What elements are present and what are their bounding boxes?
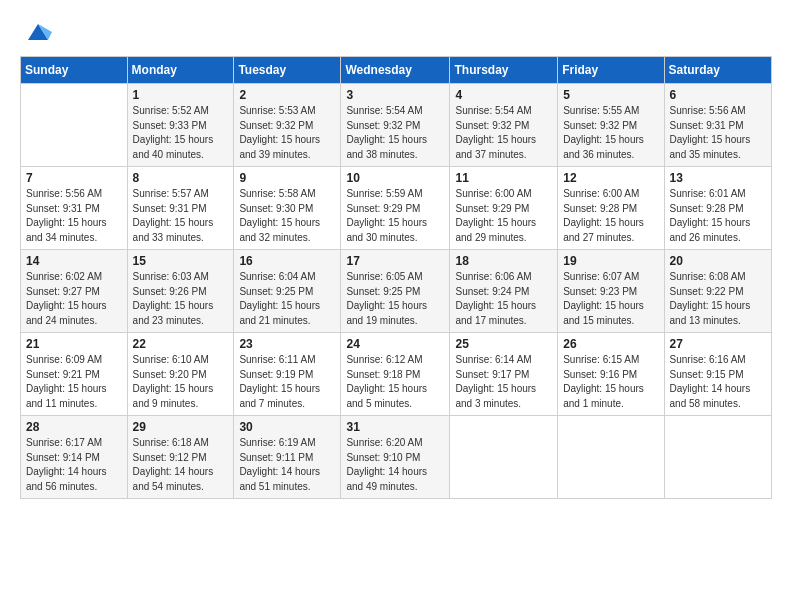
day-info: Sunrise: 6:00 AMSunset: 9:28 PMDaylight:… [563, 187, 658, 245]
day-info: Sunrise: 6:18 AMSunset: 9:12 PMDaylight:… [133, 436, 229, 494]
day-info: Sunrise: 6:06 AMSunset: 9:24 PMDaylight:… [455, 270, 552, 328]
day-number: 2 [239, 88, 335, 102]
day-info: Sunrise: 6:16 AMSunset: 9:15 PMDaylight:… [670, 353, 766, 411]
day-number: 20 [670, 254, 766, 268]
day-number: 11 [455, 171, 552, 185]
day-number: 6 [670, 88, 766, 102]
day-info: Sunrise: 6:00 AMSunset: 9:29 PMDaylight:… [455, 187, 552, 245]
day-info: Sunrise: 6:05 AMSunset: 9:25 PMDaylight:… [346, 270, 444, 328]
calendar-cell: 17Sunrise: 6:05 AMSunset: 9:25 PMDayligh… [341, 250, 450, 333]
calendar-week-row: 28Sunrise: 6:17 AMSunset: 9:14 PMDayligh… [21, 416, 772, 499]
day-info: Sunrise: 6:09 AMSunset: 9:21 PMDaylight:… [26, 353, 122, 411]
day-number: 12 [563, 171, 658, 185]
day-info: Sunrise: 6:04 AMSunset: 9:25 PMDaylight:… [239, 270, 335, 328]
day-info: Sunrise: 5:59 AMSunset: 9:29 PMDaylight:… [346, 187, 444, 245]
calendar-cell [450, 416, 558, 499]
day-info: Sunrise: 6:12 AMSunset: 9:18 PMDaylight:… [346, 353, 444, 411]
calendar-cell: 9Sunrise: 5:58 AMSunset: 9:30 PMDaylight… [234, 167, 341, 250]
calendar-cell: 25Sunrise: 6:14 AMSunset: 9:17 PMDayligh… [450, 333, 558, 416]
calendar-cell: 12Sunrise: 6:00 AMSunset: 9:28 PMDayligh… [558, 167, 664, 250]
calendar-cell: 19Sunrise: 6:07 AMSunset: 9:23 PMDayligh… [558, 250, 664, 333]
calendar-cell: 21Sunrise: 6:09 AMSunset: 9:21 PMDayligh… [21, 333, 128, 416]
calendar-cell: 4Sunrise: 5:54 AMSunset: 9:32 PMDaylight… [450, 84, 558, 167]
calendar-table: SundayMondayTuesdayWednesdayThursdayFrid… [20, 56, 772, 499]
day-number: 7 [26, 171, 122, 185]
day-number: 5 [563, 88, 658, 102]
day-info: Sunrise: 5:55 AMSunset: 9:32 PMDaylight:… [563, 104, 658, 162]
day-info: Sunrise: 6:10 AMSunset: 9:20 PMDaylight:… [133, 353, 229, 411]
day-number: 18 [455, 254, 552, 268]
calendar-header-saturday: Saturday [664, 57, 771, 84]
calendar-cell: 28Sunrise: 6:17 AMSunset: 9:14 PMDayligh… [21, 416, 128, 499]
calendar-cell: 16Sunrise: 6:04 AMSunset: 9:25 PMDayligh… [234, 250, 341, 333]
calendar-cell: 22Sunrise: 6:10 AMSunset: 9:20 PMDayligh… [127, 333, 234, 416]
day-number: 1 [133, 88, 229, 102]
day-number: 10 [346, 171, 444, 185]
day-info: Sunrise: 6:01 AMSunset: 9:28 PMDaylight:… [670, 187, 766, 245]
calendar-week-row: 14Sunrise: 6:02 AMSunset: 9:27 PMDayligh… [21, 250, 772, 333]
day-number: 17 [346, 254, 444, 268]
calendar-cell: 23Sunrise: 6:11 AMSunset: 9:19 PMDayligh… [234, 333, 341, 416]
calendar-cell: 7Sunrise: 5:56 AMSunset: 9:31 PMDaylight… [21, 167, 128, 250]
day-number: 3 [346, 88, 444, 102]
logo-icon [24, 18, 52, 46]
calendar-cell: 30Sunrise: 6:19 AMSunset: 9:11 PMDayligh… [234, 416, 341, 499]
day-number: 19 [563, 254, 658, 268]
day-number: 23 [239, 337, 335, 351]
calendar-cell: 6Sunrise: 5:56 AMSunset: 9:31 PMDaylight… [664, 84, 771, 167]
day-info: Sunrise: 6:20 AMSunset: 9:10 PMDaylight:… [346, 436, 444, 494]
calendar-cell: 24Sunrise: 6:12 AMSunset: 9:18 PMDayligh… [341, 333, 450, 416]
calendar-header-monday: Monday [127, 57, 234, 84]
day-info: Sunrise: 5:54 AMSunset: 9:32 PMDaylight:… [346, 104, 444, 162]
calendar-cell [664, 416, 771, 499]
day-info: Sunrise: 6:17 AMSunset: 9:14 PMDaylight:… [26, 436, 122, 494]
calendar-cell: 31Sunrise: 6:20 AMSunset: 9:10 PMDayligh… [341, 416, 450, 499]
day-info: Sunrise: 5:52 AMSunset: 9:33 PMDaylight:… [133, 104, 229, 162]
calendar-cell: 29Sunrise: 6:18 AMSunset: 9:12 PMDayligh… [127, 416, 234, 499]
calendar-cell: 8Sunrise: 5:57 AMSunset: 9:31 PMDaylight… [127, 167, 234, 250]
day-number: 14 [26, 254, 122, 268]
day-number: 24 [346, 337, 444, 351]
day-number: 16 [239, 254, 335, 268]
day-info: Sunrise: 6:19 AMSunset: 9:11 PMDaylight:… [239, 436, 335, 494]
calendar-week-row: 21Sunrise: 6:09 AMSunset: 9:21 PMDayligh… [21, 333, 772, 416]
calendar-cell: 14Sunrise: 6:02 AMSunset: 9:27 PMDayligh… [21, 250, 128, 333]
calendar-cell: 20Sunrise: 6:08 AMSunset: 9:22 PMDayligh… [664, 250, 771, 333]
calendar-header-wednesday: Wednesday [341, 57, 450, 84]
day-info: Sunrise: 6:03 AMSunset: 9:26 PMDaylight:… [133, 270, 229, 328]
calendar-header-tuesday: Tuesday [234, 57, 341, 84]
calendar-week-row: 7Sunrise: 5:56 AMSunset: 9:31 PMDaylight… [21, 167, 772, 250]
day-number: 21 [26, 337, 122, 351]
day-info: Sunrise: 5:54 AMSunset: 9:32 PMDaylight:… [455, 104, 552, 162]
logo [20, 18, 52, 46]
calendar-cell: 13Sunrise: 6:01 AMSunset: 9:28 PMDayligh… [664, 167, 771, 250]
day-number: 30 [239, 420, 335, 434]
calendar-cell: 10Sunrise: 5:59 AMSunset: 9:29 PMDayligh… [341, 167, 450, 250]
calendar-cell: 11Sunrise: 6:00 AMSunset: 9:29 PMDayligh… [450, 167, 558, 250]
calendar-cell: 26Sunrise: 6:15 AMSunset: 9:16 PMDayligh… [558, 333, 664, 416]
day-number: 9 [239, 171, 335, 185]
calendar-header-thursday: Thursday [450, 57, 558, 84]
day-number: 27 [670, 337, 766, 351]
day-number: 15 [133, 254, 229, 268]
day-info: Sunrise: 5:57 AMSunset: 9:31 PMDaylight:… [133, 187, 229, 245]
day-info: Sunrise: 6:07 AMSunset: 9:23 PMDaylight:… [563, 270, 658, 328]
day-info: Sunrise: 5:53 AMSunset: 9:32 PMDaylight:… [239, 104, 335, 162]
header [20, 18, 772, 46]
day-info: Sunrise: 6:15 AMSunset: 9:16 PMDaylight:… [563, 353, 658, 411]
day-info: Sunrise: 6:14 AMSunset: 9:17 PMDaylight:… [455, 353, 552, 411]
calendar-header-friday: Friday [558, 57, 664, 84]
calendar-cell: 18Sunrise: 6:06 AMSunset: 9:24 PMDayligh… [450, 250, 558, 333]
day-info: Sunrise: 5:58 AMSunset: 9:30 PMDaylight:… [239, 187, 335, 245]
calendar-week-row: 1Sunrise: 5:52 AMSunset: 9:33 PMDaylight… [21, 84, 772, 167]
day-number: 28 [26, 420, 122, 434]
day-number: 4 [455, 88, 552, 102]
calendar-cell: 1Sunrise: 5:52 AMSunset: 9:33 PMDaylight… [127, 84, 234, 167]
calendar-cell [558, 416, 664, 499]
day-number: 8 [133, 171, 229, 185]
day-info: Sunrise: 6:02 AMSunset: 9:27 PMDaylight:… [26, 270, 122, 328]
calendar-cell: 3Sunrise: 5:54 AMSunset: 9:32 PMDaylight… [341, 84, 450, 167]
day-number: 29 [133, 420, 229, 434]
calendar-header-sunday: Sunday [21, 57, 128, 84]
calendar-header-row: SundayMondayTuesdayWednesdayThursdayFrid… [21, 57, 772, 84]
